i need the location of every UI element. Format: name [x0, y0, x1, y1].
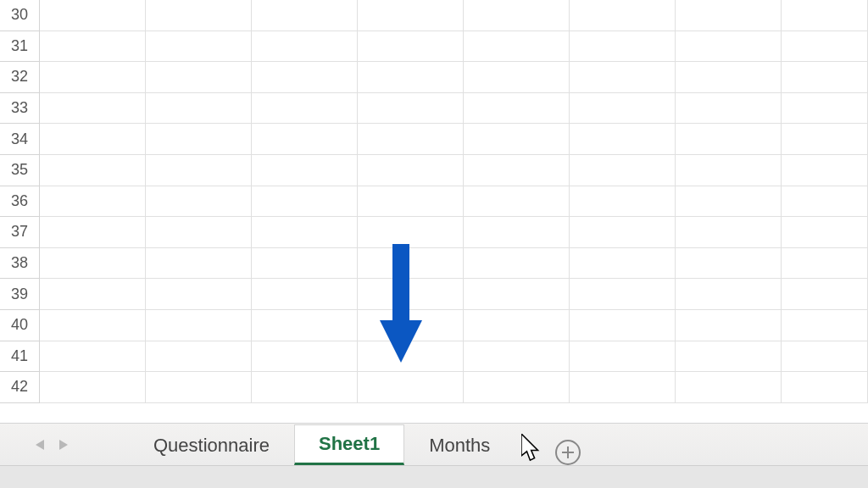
- cell[interactable]: [40, 372, 146, 402]
- cell[interactable]: [464, 248, 570, 279]
- cell[interactable]: [570, 31, 676, 62]
- cell[interactable]: [782, 62, 868, 92]
- cell[interactable]: [40, 217, 146, 247]
- cell[interactable]: [782, 93, 868, 124]
- cell[interactable]: [464, 93, 570, 124]
- cell[interactable]: [252, 62, 358, 92]
- cell[interactable]: [146, 155, 252, 186]
- cell[interactable]: [464, 186, 570, 217]
- cell[interactable]: [40, 62, 146, 92]
- cell[interactable]: [40, 248, 146, 279]
- cell[interactable]: [782, 310, 868, 341]
- cell[interactable]: [146, 124, 252, 154]
- row-header[interactable]: 35: [0, 155, 39, 186]
- cell[interactable]: [782, 0, 868, 30]
- cell[interactable]: [782, 31, 868, 62]
- cell[interactable]: [146, 186, 252, 217]
- cell[interactable]: [40, 93, 146, 124]
- cell[interactable]: [358, 31, 464, 62]
- row-header[interactable]: 37: [0, 217, 39, 248]
- cell[interactable]: [358, 279, 464, 309]
- cell[interactable]: [676, 0, 782, 30]
- row-header[interactable]: 33: [0, 93, 39, 125]
- cell[interactable]: [358, 0, 464, 30]
- row-header[interactable]: 31: [0, 31, 39, 63]
- cell[interactable]: [358, 248, 464, 279]
- cell[interactable]: [570, 310, 676, 341]
- cell[interactable]: [252, 155, 358, 186]
- row-header[interactable]: 36: [0, 186, 39, 218]
- cell[interactable]: [464, 372, 570, 402]
- cell[interactable]: [146, 248, 252, 279]
- cell[interactable]: [40, 0, 146, 30]
- cell[interactable]: [146, 279, 252, 309]
- cell[interactable]: [782, 248, 868, 279]
- cell[interactable]: [676, 372, 782, 402]
- cell[interactable]: [676, 248, 782, 279]
- cell[interactable]: [570, 155, 676, 186]
- row-header[interactable]: 40: [0, 310, 39, 341]
- cell[interactable]: [782, 279, 868, 309]
- cell[interactable]: [146, 31, 252, 62]
- cell[interactable]: [570, 279, 676, 309]
- row-header[interactable]: 39: [0, 279, 39, 310]
- cell[interactable]: [40, 186, 146, 217]
- cell[interactable]: [570, 372, 676, 402]
- cell[interactable]: [570, 124, 676, 154]
- cell[interactable]: [570, 186, 676, 217]
- cell[interactable]: [146, 93, 252, 124]
- cell[interactable]: [570, 62, 676, 92]
- cell[interactable]: [146, 341, 252, 372]
- cell[interactable]: [676, 124, 782, 154]
- cell[interactable]: [40, 279, 146, 309]
- cell[interactable]: [252, 217, 358, 247]
- new-sheet-button[interactable]: [555, 440, 581, 465]
- cell[interactable]: [252, 341, 358, 372]
- cell[interactable]: [358, 372, 464, 402]
- cell[interactable]: [464, 0, 570, 30]
- tab-nav-prev-icon[interactable]: [36, 440, 44, 450]
- cell[interactable]: [358, 217, 464, 247]
- cell[interactable]: [782, 186, 868, 217]
- cell[interactable]: [782, 217, 868, 247]
- cell[interactable]: [358, 155, 464, 186]
- cell[interactable]: [252, 310, 358, 341]
- cell[interactable]: [358, 310, 464, 341]
- cell[interactable]: [676, 341, 782, 372]
- cell[interactable]: [252, 186, 358, 217]
- cell[interactable]: [464, 310, 570, 341]
- cell[interactable]: [146, 310, 252, 341]
- cell[interactable]: [252, 0, 358, 30]
- cell[interactable]: [782, 341, 868, 372]
- cell[interactable]: [464, 124, 570, 154]
- row-header[interactable]: 42: [0, 372, 39, 403]
- tab-nav-next-icon[interactable]: [59, 440, 68, 450]
- cell[interactable]: [464, 62, 570, 92]
- cell[interactable]: [252, 93, 358, 124]
- cell[interactable]: [676, 155, 782, 186]
- cell[interactable]: [676, 217, 782, 247]
- cell[interactable]: [570, 93, 676, 124]
- cell[interactable]: [358, 124, 464, 154]
- cell[interactable]: [676, 186, 782, 217]
- cell[interactable]: [570, 341, 676, 372]
- cell[interactable]: [40, 341, 146, 372]
- row-header[interactable]: 34: [0, 124, 39, 155]
- row-header[interactable]: 30: [0, 0, 39, 31]
- cell[interactable]: [782, 372, 868, 402]
- sheet-tab-months[interactable]: Months: [404, 424, 515, 465]
- cell[interactable]: [252, 31, 358, 62]
- cell[interactable]: [40, 31, 146, 62]
- cell[interactable]: [40, 310, 146, 341]
- cells-area[interactable]: [40, 0, 868, 403]
- cell[interactable]: [570, 248, 676, 279]
- cell[interactable]: [570, 217, 676, 247]
- cell[interactable]: [252, 372, 358, 402]
- cell[interactable]: [676, 93, 782, 124]
- row-header[interactable]: 41: [0, 341, 39, 373]
- cell[interactable]: [676, 31, 782, 62]
- cell[interactable]: [782, 124, 868, 154]
- row-header[interactable]: 32: [0, 62, 39, 93]
- cell[interactable]: [676, 310, 782, 341]
- cell[interactable]: [358, 341, 464, 372]
